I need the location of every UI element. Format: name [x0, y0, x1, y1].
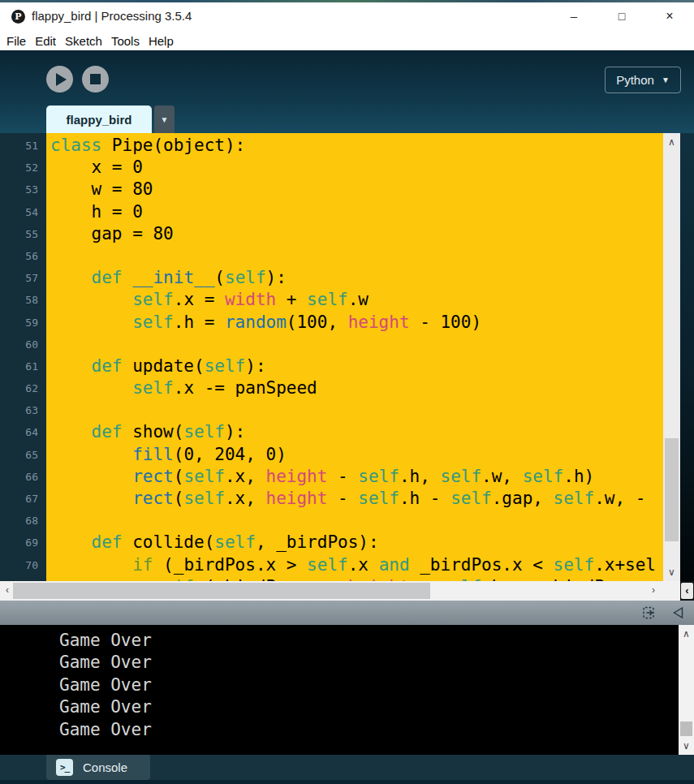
line-number: 60	[0, 334, 38, 355]
menu-sketch[interactable]: Sketch	[65, 34, 102, 48]
scroll-down-icon[interactable]: ∨	[663, 566, 680, 578]
line-number: 69	[0, 532, 38, 554]
console-line: Game Over	[59, 652, 152, 674]
scroll-up-icon[interactable]: ∧	[679, 628, 694, 640]
code-line: def __init__(self):	[50, 267, 663, 289]
line-number: 53	[0, 179, 38, 200]
line-number: 63	[0, 399, 38, 421]
mode-selector-button[interactable]: Python ▼	[605, 67, 681, 93]
mode-label: Python	[616, 73, 654, 87]
code-line	[50, 334, 663, 355]
tab-flappy-bird[interactable]: flappy_bird	[46, 106, 152, 133]
code-line: def collide(self, _birdPos):	[50, 532, 663, 554]
line-number: 54	[0, 201, 38, 223]
editor-horizontal-scrollbar[interactable]: ‹ ›	[0, 581, 680, 601]
line-number: 57	[0, 267, 38, 289]
editor-status-strip	[0, 601, 694, 625]
code-line: h = 0	[50, 201, 663, 223]
toolbar: Python ▼ flappy_bird ▼	[0, 50, 694, 133]
menu-bar: File Edit Sketch Tools Help	[0, 31, 694, 50]
line-number: 65	[0, 444, 38, 466]
scrollbar-corner: ‹	[680, 581, 694, 601]
processing-ide-window: P flappy_bird | Processing 3.5.4 – □ × F…	[0, 0, 694, 784]
menu-help[interactable]: Help	[149, 34, 174, 48]
scroll-down-icon[interactable]: ∨	[679, 740, 694, 752]
code-line: gap = 80	[50, 223, 663, 245]
code-area[interactable]: class Pipe(object): x = 0 w = 80 h = 0 g…	[46, 133, 663, 581]
window-bottom-edge	[0, 780, 694, 784]
line-number: 62	[0, 377, 38, 399]
code-line	[50, 399, 663, 421]
code-line: if (_birdPos.x > self.x and _birdPos.x <…	[50, 554, 663, 576]
code-editor: 5152535455565758596061626364656667686970…	[0, 133, 694, 581]
console-scrollbar[interactable]: ∧ ∨	[679, 625, 694, 755]
tab-dropdown-button[interactable]: ▼	[154, 106, 175, 133]
code-line: class Pipe(object):	[50, 135, 663, 157]
line-number: 70	[0, 554, 38, 576]
scroll-up-icon[interactable]: ∧	[663, 136, 680, 148]
processing-logo-icon: P	[11, 10, 25, 24]
menu-edit[interactable]: Edit	[35, 34, 56, 48]
scroll-right-icon[interactable]: ›	[648, 584, 659, 596]
title-bar: P flappy_bird | Processing 3.5.4 – □ ×	[0, 2, 694, 31]
run-button[interactable]	[46, 66, 73, 93]
chevron-left-icon[interactable]: ‹	[681, 583, 693, 599]
console-tab-bar: >_ Console	[0, 755, 694, 780]
console-tab-label: Console	[83, 760, 127, 774]
line-number: 52	[0, 157, 38, 179]
maximize-button[interactable]: □	[613, 7, 631, 25]
line-number-gutter: 5152535455565758596061626364656667686970…	[0, 133, 46, 581]
code-line: def update(self):	[50, 355, 663, 377]
stop-button[interactable]	[82, 66, 109, 93]
vertical-scrollbar-thumb[interactable]	[665, 438, 679, 541]
line-number: 67	[0, 488, 38, 510]
minimize-button[interactable]: –	[565, 7, 583, 25]
code-line: rect(self.x, height - self.h, self.w, se…	[50, 466, 663, 488]
console-scrollbar-thumb[interactable]	[680, 722, 692, 736]
line-number: 58	[0, 289, 38, 311]
code-line: fill(0, 204, 0)	[50, 444, 663, 466]
editor-vertical-scrollbar[interactable]: ∧ ∨	[663, 133, 680, 581]
chevron-down-icon: ▼	[662, 75, 670, 84]
line-number: 59	[0, 312, 38, 334]
code-line: x = 0	[50, 157, 663, 179]
line-number: 66	[0, 466, 38, 488]
console-line: Game Over	[59, 674, 152, 696]
play-icon	[56, 73, 67, 86]
line-number: 56	[0, 245, 38, 267]
line-number: 55	[0, 223, 38, 245]
editor-right-margin	[680, 133, 694, 581]
code-line	[50, 510, 663, 532]
stop-icon	[90, 74, 101, 84]
line-number: 51	[0, 135, 38, 157]
menu-file[interactable]: File	[6, 34, 26, 48]
tab-console[interactable]: >_ Console	[46, 755, 150, 780]
code-line: self.x -= panSpeed	[50, 377, 663, 399]
debug-icon[interactable]	[641, 605, 657, 621]
code-line: def show(self):	[50, 421, 663, 443]
code-line	[50, 245, 663, 267]
scroll-left-icon[interactable]: ‹	[2, 584, 13, 596]
code-line: self.h = random(100, height - 100)	[50, 312, 663, 334]
code-line: w = 80	[50, 179, 663, 200]
console-line: Game Over	[59, 696, 152, 718]
console-output: Game OverGame OverGame OverGame OverGame…	[0, 625, 694, 755]
line-number: 64	[0, 421, 38, 443]
console-text: Game OverGame OverGame OverGame OverGame…	[0, 630, 152, 741]
collapse-console-icon[interactable]	[670, 605, 687, 621]
code-line: self.x = width + self.w	[50, 289, 663, 311]
close-button[interactable]: ×	[661, 7, 679, 25]
line-number: 68	[0, 510, 38, 532]
console-line: Game Over	[59, 719, 152, 741]
line-number: 61	[0, 355, 38, 377]
chevron-down-icon: ▼	[161, 115, 169, 124]
console-line: Game Over	[59, 630, 152, 652]
window-title: flappy_bird | Processing 3.5.4	[32, 9, 192, 23]
code-line: rect(self.x, height - self.h - self.gap,…	[50, 488, 663, 510]
terminal-icon: >_	[56, 759, 73, 776]
horizontal-scrollbar-thumb[interactable]	[13, 583, 430, 599]
menu-tools[interactable]: Tools	[111, 34, 140, 48]
